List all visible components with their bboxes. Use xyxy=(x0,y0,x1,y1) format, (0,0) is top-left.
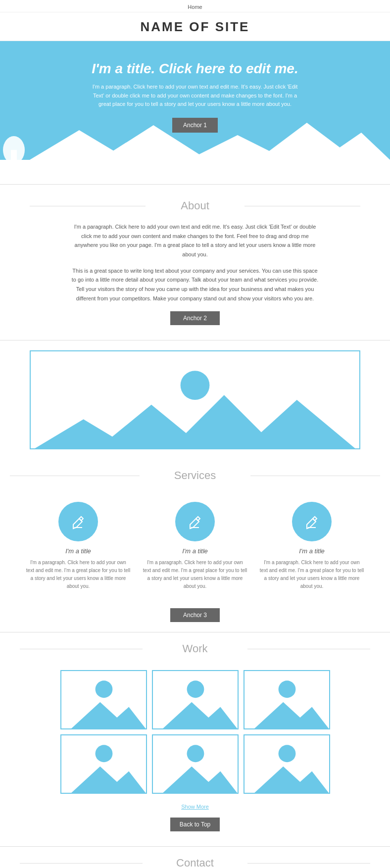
edit-icon-1 xyxy=(69,513,87,530)
svg-point-33 xyxy=(187,745,204,762)
svg-point-29 xyxy=(95,745,112,762)
work-img-6 xyxy=(244,735,329,793)
service-icon-1 xyxy=(58,502,98,541)
svg-point-17 xyxy=(95,680,112,698)
hero-text[interactable]: I'm a paragraph. Click here to add your … xyxy=(91,83,299,109)
services-grid: I'm a title I'm a paragraph. Click here … xyxy=(10,492,380,600)
about-title: About xyxy=(30,199,360,212)
back-to-top-container: Back to Top xyxy=(20,818,370,831)
service-title-2[interactable]: I'm a title xyxy=(143,547,247,555)
work-img-4 xyxy=(61,735,146,793)
work-item-2[interactable] xyxy=(152,670,239,729)
work-item-4[interactable] xyxy=(60,734,147,794)
svg-marker-3 xyxy=(99,125,208,160)
anchor-3-button[interactable]: Anchor 3 xyxy=(170,608,220,622)
work-img-1 xyxy=(61,671,146,728)
contact-section: Contact 500 Terry Francois Street San Fr… xyxy=(0,847,390,868)
service-title-3[interactable]: I'm a title xyxy=(259,547,364,555)
services-title: Services xyxy=(10,469,380,482)
work-item-5[interactable] xyxy=(152,734,239,794)
svg-point-21 xyxy=(187,680,204,698)
nav-home[interactable]: Home xyxy=(188,4,202,10)
back-to-top-button[interactable]: Back to Top xyxy=(170,818,220,831)
hero-mountains-svg xyxy=(0,115,390,160)
services-section: Services I'm a title I'm a paragraph. Cl… xyxy=(0,459,390,632)
svg-point-37 xyxy=(278,745,295,762)
svg-point-8 xyxy=(181,371,210,400)
about-para2[interactable]: This is a great space to write long text… xyxy=(71,266,319,303)
service-text-2[interactable]: I'm a paragraph. Click here to add your … xyxy=(143,559,247,590)
service-title-1[interactable]: I'm a title xyxy=(26,547,131,555)
about-para1[interactable]: I'm a paragraph. Click here to add your … xyxy=(71,222,319,259)
service-icon-3 xyxy=(292,502,332,541)
spacer-1 xyxy=(0,160,390,185)
work-item-3[interactable] xyxy=(244,670,330,729)
service-icon-2 xyxy=(175,502,215,541)
service-item-1: I'm a title I'm a paragraph. Click here … xyxy=(26,502,131,590)
contact-title: Contact xyxy=(20,857,370,868)
site-title: NAME OF SITE xyxy=(0,12,390,41)
work-section: Work xyxy=(0,632,390,847)
work-img-5 xyxy=(153,735,238,793)
service-item-2: I'm a title I'm a paragraph. Click here … xyxy=(143,502,247,590)
work-img-3 xyxy=(244,671,329,728)
work-item-1[interactable] xyxy=(60,670,147,729)
top-nav: Home xyxy=(0,0,390,12)
about-section: About I'm a paragraph. Click here to add… xyxy=(0,185,390,340)
work-grid xyxy=(20,665,370,799)
edit-icon-3 xyxy=(303,513,321,530)
work-title: Work xyxy=(20,642,370,655)
work-item-6[interactable] xyxy=(244,734,330,794)
edit-icon-2 xyxy=(186,513,204,530)
show-more-link[interactable]: Show More xyxy=(20,804,370,810)
svg-rect-1 xyxy=(11,150,17,160)
large-image-placeholder xyxy=(30,350,360,449)
large-image-svg xyxy=(31,351,359,448)
hero-title[interactable]: I'm a title. Click here to edit me. xyxy=(10,61,380,77)
service-text-1[interactable]: I'm a paragraph. Click here to add your … xyxy=(26,559,131,590)
service-item-3: I'm a title I'm a paragraph. Click here … xyxy=(259,502,364,590)
anchor-2-button[interactable]: Anchor 2 xyxy=(170,311,220,325)
service-text-3[interactable]: I'm a paragraph. Click here to add your … xyxy=(259,559,364,590)
svg-point-25 xyxy=(278,680,295,698)
hero-section: I'm a title. Click here to edit me. I'm … xyxy=(0,41,390,160)
work-img-2 xyxy=(153,671,238,728)
